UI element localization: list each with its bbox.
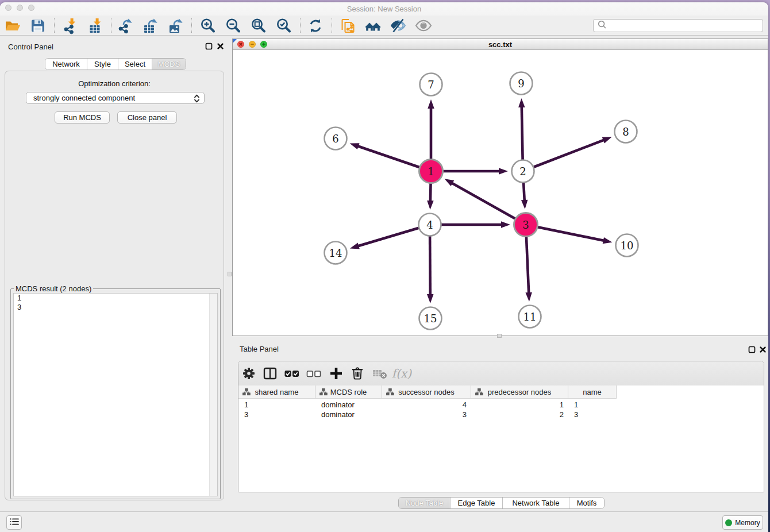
control-panel: Control Panel NetworkStyleSelectMCDS Opt… [0,36,228,511]
split-view-button[interactable] [261,365,279,381]
table-cell[interactable]: 2 [471,410,568,419]
table-cell[interactable]: 3 [238,410,315,419]
refresh-layout-button[interactable] [306,17,325,35]
vertical-splitter-grip[interactable] [228,272,232,276]
zoom-selected-button[interactable] [275,17,293,35]
graph-edge-3-10[interactable] [526,225,613,244]
column-type-icon [319,388,328,398]
column-type-icon [475,388,483,398]
table-cell[interactable]: 1 [238,400,315,410]
table-cell[interactable]: dominator [315,410,382,419]
zoom-out-button[interactable] [224,17,242,35]
horizontal-splitter-grip[interactable] [497,334,502,338]
svg-text:7: 7 [428,79,434,91]
graph-node-6[interactable]: 6 [325,128,347,150]
graph-node-2[interactable]: 2 [512,160,534,183]
node-table[interactable]: shared name MCDS role successor nodes pr… [238,385,764,492]
export-image-button[interactable] [167,17,185,35]
table-tab-edge-table[interactable]: Edge Table [451,498,503,508]
graph-node-10[interactable]: 10 [616,234,638,257]
graph-node-14[interactable]: 14 [325,242,347,264]
delete-table-button [371,365,388,381]
clone-network-button[interactable] [338,17,357,35]
table-cell[interactable]: 4 [382,400,471,410]
tab-network[interactable]: Network [45,59,87,70]
table-tab-node-table[interactable]: Node Table [399,498,451,508]
graph-edge-4-3[interactable] [430,221,510,228]
table-tab-motifs[interactable]: Motifs [569,498,604,508]
graph-edge-2-8[interactable] [523,137,612,171]
graph-node-3[interactable]: 3 [514,213,538,237]
svg-text:14: 14 [329,247,342,259]
criterion-select[interactable]: strongly connected component [26,92,205,104]
window-titlebar[interactable]: Session: New Session [0,2,768,16]
svg-text:2: 2 [519,165,526,178]
column-label: predecessor nodes [488,388,552,396]
add-column-button[interactable] [328,365,345,381]
table-cell[interactable]: 3 [568,410,617,419]
search-icon [597,20,607,32]
table-cell[interactable]: 3 [382,410,471,419]
tab-style[interactable]: Style [87,59,118,70]
graph-edge-1-6[interactable] [350,143,431,171]
table-cell[interactable]: 1 [471,400,568,410]
mcds-result-box: MCDS result (2 nodes) 13 [10,288,221,499]
graph-edge-3-1[interactable] [445,179,526,225]
open-session-button[interactable] [3,17,22,35]
network-frame-titlebar[interactable]: scc.txt [233,39,768,50]
result-line: 3 [14,303,217,312]
network-canvas[interactable]: 7968124314101511 [233,50,768,336]
column-header-name[interactable]: name [568,385,617,399]
export-network-button[interactable] [116,17,134,35]
search-field[interactable] [593,19,763,32]
graph-node-15[interactable]: 15 [419,307,442,330]
column-header-successor-nodes[interactable]: successor nodes [382,385,471,399]
graph-node-8[interactable]: 8 [615,121,637,143]
mcds-result-list[interactable]: 13 [13,293,218,496]
float-panel-icon[interactable] [205,42,213,49]
svg-text:3: 3 [522,219,529,231]
table-cell[interactable]: dominator [315,400,382,410]
delete-column-button[interactable] [349,365,366,381]
save-session-button[interactable] [29,17,47,35]
column-type-icon [386,388,394,398]
show-panels-button[interactable] [6,515,22,530]
column-header-MCDS-role[interactable]: MCDS role [315,385,382,399]
zoom-fit-button[interactable] [249,17,268,35]
close-panel-button[interactable]: Close panel [117,111,177,124]
mcds-panel: Optimization criterion: strongly connect… [5,71,224,500]
column-header-shared-name[interactable]: shared name [238,385,315,399]
column-header-predecessor-nodes[interactable]: predecessor nodes [471,385,568,399]
graph-node-1[interactable]: 1 [419,160,443,183]
unselect-all-columns-button[interactable] [305,365,322,381]
home-view-button[interactable] [364,17,382,35]
import-network-button[interactable] [61,17,79,35]
graph-edge-4-14[interactable] [350,225,430,249]
graph-node-9[interactable]: 9 [510,72,533,95]
toggle-details-button[interactable] [389,17,407,35]
close-panel-icon[interactable] [217,42,224,49]
list-icon [10,518,19,528]
tab-select[interactable]: Select [118,59,152,70]
table-tab-network-table[interactable]: Network Table [503,498,569,508]
export-table-button[interactable] [141,17,160,35]
import-table-button[interactable] [86,17,105,35]
zoom-in-button[interactable] [199,17,217,35]
graph-node-7[interactable]: 7 [420,74,442,96]
result-scrollbar[interactable] [209,294,217,496]
criterion-value: strongly connected component [33,94,135,102]
float-table-panel-icon[interactable] [748,345,756,353]
table-settings-button[interactable] [240,365,257,381]
network-frame: scc.txt 7968124314101511 [232,38,768,336]
toolbar-separator [332,18,332,33]
svg-text:10: 10 [621,240,634,252]
close-table-panel-icon[interactable] [759,345,767,353]
run-mcds-button[interactable]: Run MCDS [55,111,110,124]
table-cell[interactable]: 1 [568,400,617,410]
show-hide-button[interactable] [414,17,433,35]
graph-node-11[interactable]: 11 [519,306,541,328]
select-all-columns-button[interactable] [283,365,301,381]
memory-button[interactable]: Memory [722,515,763,530]
tab-mcds[interactable]: MCDS [152,59,186,70]
graph-node-4[interactable]: 4 [419,214,441,236]
